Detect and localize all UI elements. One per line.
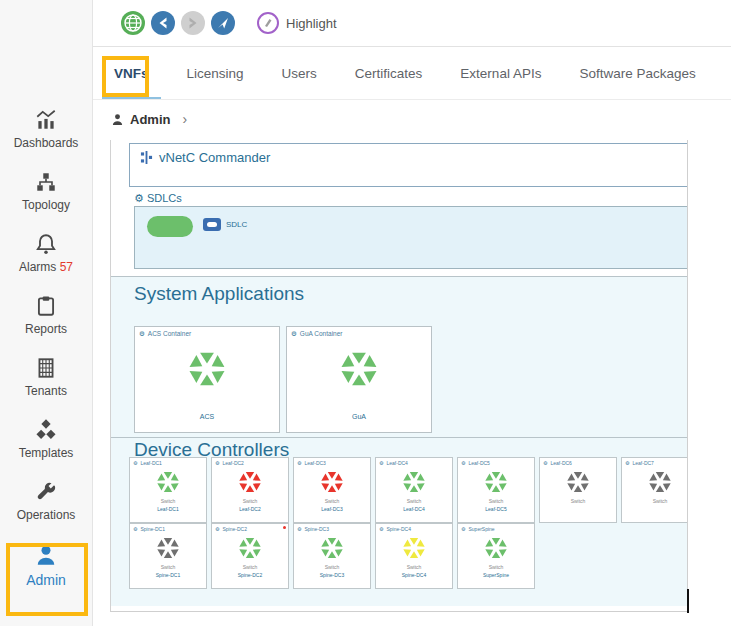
sdlc-panel: SDLC	[134, 206, 688, 269]
status-hexagon-icon	[567, 471, 589, 493]
device-card-header: ⚙Leaf-DC7	[622, 458, 688, 466]
device-card-name: Leaf-DC5	[458, 506, 534, 512]
sidebar-item-admin[interactable]: Admin	[3, 542, 89, 589]
device-card-type: Switch	[130, 564, 206, 570]
device-card-header: ⚙Spine-DC2	[212, 524, 288, 532]
device-card-leaf-dc2[interactable]: ⚙Leaf-DC2SwitchLeaf-DC2	[211, 457, 289, 523]
main-content: vNetC Commander ⚙SDLCs SDLC System Appli…	[110, 140, 688, 612]
device-card-type: Switch	[540, 498, 616, 504]
device-card-spine-dc2[interactable]: ⚙Spine-DC2SwitchSpine-DC2	[211, 523, 289, 589]
device-card-name: Leaf-DC2	[212, 506, 288, 512]
system-applications-cards: ⚙ACS ContainerACS⚙GuA ContainerGuA	[134, 326, 432, 433]
status-hexagon-icon	[649, 471, 671, 493]
app-card-name: GuA	[287, 413, 431, 420]
highlight-button[interactable]: Highlight	[257, 12, 337, 34]
app-card-acs[interactable]: ⚙ACS ContainerACS	[134, 326, 280, 433]
device-card-leaf-dc7[interactable]: ⚙Leaf-DC7Switch	[621, 457, 688, 523]
device-card-name: Spine-DC1	[130, 572, 206, 578]
device-card-type: Switch	[130, 498, 206, 504]
device-card-type: Switch	[212, 498, 288, 504]
navigate-button[interactable]	[211, 11, 235, 35]
breadcrumb-admin[interactable]: Admin	[130, 112, 170, 127]
device-card-leaf-dc4[interactable]: ⚙Leaf-DC4SwitchLeaf-DC4	[375, 457, 453, 523]
device-card-leaf-dc6[interactable]: ⚙Leaf-DC6Switch	[539, 457, 617, 523]
text-cursor-artifact	[687, 589, 689, 613]
status-hexagon-icon	[189, 351, 225, 387]
status-hexagon-icon	[403, 537, 425, 559]
device-card-header: ⚙Leaf-DC1	[130, 458, 206, 466]
globe-glyph	[121, 11, 145, 35]
device-card-header: ⚙Leaf-DC5	[458, 458, 534, 466]
system-applications-section: System Applications ⚙ACS ContainerACS⚙Gu…	[111, 276, 688, 438]
forward-arrow-icon	[186, 16, 200, 30]
sidebar-item-alarms[interactable]: Alarms 57	[3, 232, 89, 279]
sidebar: DashboardsTopologyAlarms 57ReportsTenant…	[0, 0, 93, 626]
status-hexagon-icon	[403, 471, 425, 493]
gear-icon: ⚙	[297, 460, 301, 466]
device-card-header: ⚙Leaf-DC6	[540, 458, 616, 466]
gear-icon: ⚙	[215, 526, 219, 532]
device-card-name: Leaf-DC1	[130, 506, 206, 512]
device-card-name: SuperSpine	[458, 572, 534, 578]
sidebar-item-label: Reports	[25, 322, 67, 336]
tab-licensing[interactable]: Licensing	[183, 47, 248, 100]
device-card-name: Spine-DC3	[294, 572, 370, 578]
tab-vnfs[interactable]: VNFs	[110, 47, 153, 100]
device-card-leaf-dc3[interactable]: ⚙Leaf-DC3SwitchLeaf-DC3	[293, 457, 371, 523]
commander-title: vNetC Commander	[159, 150, 270, 165]
highlight-pen-icon	[257, 12, 279, 34]
gear-icon: ⚙	[133, 526, 137, 532]
tab-external-apis[interactable]: External APIs	[456, 47, 545, 100]
sidebar-item-operations[interactable]: Operations	[3, 480, 89, 527]
top-toolbar: Highlight	[93, 0, 731, 47]
device-card-superspine[interactable]: ⚙SuperSpineSwitchSuperSpine	[457, 523, 535, 589]
device-card-spine-dc1[interactable]: ⚙Spine-DC1SwitchSpine-DC1	[129, 523, 207, 589]
sidebar-item-dashboards[interactable]: Dashboards	[3, 108, 89, 155]
device-card-spine-dc4[interactable]: ⚙Spine-DC4SwitchSpine-DC4	[375, 523, 453, 589]
device-card-header: ⚙Leaf-DC4	[376, 458, 452, 466]
sidebar-item-label: Topology	[22, 198, 70, 212]
highlight-label: Highlight	[286, 16, 337, 31]
sdlc-item[interactable]: SDLC	[203, 218, 247, 231]
dashboards-icon	[34, 108, 58, 132]
status-hexagon-icon	[157, 537, 179, 559]
device-card-leaf-dc5[interactable]: ⚙Leaf-DC5SwitchLeaf-DC5	[457, 457, 535, 523]
tab-certificates[interactable]: Certificates	[351, 47, 427, 100]
breadcrumb-chevron-icon: ›	[182, 111, 187, 127]
device-card-header: ⚙Leaf-DC2	[212, 458, 288, 466]
tenants-icon	[34, 356, 58, 380]
sdlc-device-icon	[203, 218, 221, 231]
status-hexagon-icon	[485, 537, 507, 559]
sidebar-item-reports[interactable]: Reports	[3, 294, 89, 341]
back-arrow-icon	[156, 16, 170, 30]
app-card-name: ACS	[135, 413, 279, 420]
alarms-icon	[34, 232, 58, 256]
app-card-header: ⚙GuA Container	[287, 327, 431, 338]
app-card-gua[interactable]: ⚙GuA ContainerGuA	[286, 326, 432, 433]
sidebar-item-templates[interactable]: Templates	[3, 418, 89, 465]
tab-users[interactable]: Users	[278, 47, 321, 100]
device-card-spine-dc3[interactable]: ⚙Spine-DC3SwitchSpine-DC3	[293, 523, 371, 589]
device-card-name: Leaf-DC3	[294, 506, 370, 512]
sidebar-item-label: Operations	[17, 508, 76, 522]
status-hexagon-icon	[239, 471, 261, 493]
gear-icon: ⚙	[461, 526, 465, 532]
vnetc-commander-panel[interactable]: vNetC Commander	[129, 143, 688, 187]
device-card-header: ⚙Spine-DC4	[376, 524, 452, 532]
device-card-type: Switch	[622, 498, 688, 504]
status-hexagon-icon	[321, 471, 343, 493]
device-card-leaf-dc1[interactable]: ⚙Leaf-DC1SwitchLeaf-DC1	[129, 457, 207, 523]
sdlc-status-pill[interactable]	[147, 216, 193, 237]
tab-software-packages[interactable]: Software Packages	[575, 47, 699, 100]
globe-icon[interactable]	[121, 11, 145, 35]
device-controllers-row-1: ⚙Leaf-DC1SwitchLeaf-DC1⚙Leaf-DC2SwitchLe…	[129, 457, 688, 523]
breadcrumb: Admin ›	[93, 100, 731, 138]
sdlc-item-label: SDLC	[226, 220, 247, 229]
topology-icon	[34, 170, 58, 194]
forward-button[interactable]	[181, 11, 205, 35]
sidebar-item-tenants[interactable]: Tenants	[3, 356, 89, 403]
system-applications-title: System Applications	[111, 277, 688, 305]
back-button[interactable]	[151, 11, 175, 35]
paper-plane-icon	[216, 16, 230, 30]
sidebar-item-topology[interactable]: Topology	[3, 170, 89, 217]
